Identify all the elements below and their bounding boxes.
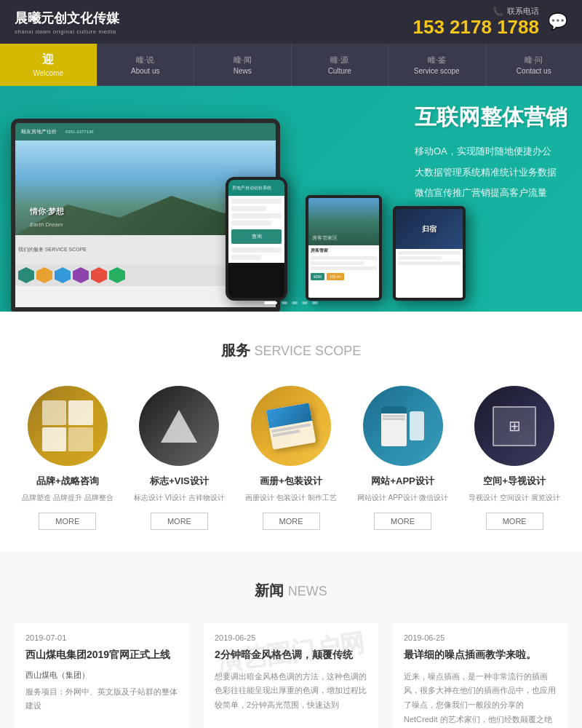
nav-dot-contact: 疃·问 [525,55,543,66]
service-card-print: 画册+包装设计 画册设计 包装设计 制作工艺 MORE [238,386,344,530]
service-name-logo: 标志+VIS设计 [150,475,209,488]
logo-en: shanxi dawn original culture media [15,28,119,35]
news-section: 新闻 NEWS 2019-07-01 西山煤电集团2019官网正式上线 西山煤电… [0,552,582,728]
phone-mockup: 房地产自动估价系统 查询 [226,177,287,301]
nav-en-news: News [234,67,252,75]
news-date-3: 2019-06-25 [404,633,557,642]
news-title-1[interactable]: 西山煤电集团2019官网正式上线 [25,648,178,662]
tablet-mockup: 房客管家区 房客管家 ¥288 150 m² [306,195,382,301]
news-desc-2: 想要调出暗金风格色调的方法，这种色调的色彩往往能呈现出厚重的色调，增加过程比较简… [215,670,367,713]
nav-dot-about: 疃·说 [136,55,154,66]
service-more-print[interactable]: MORE [263,513,320,530]
nav-item-welcome[interactable]: 迎 Welcome [0,44,97,86]
header: 晨曦元创文化传媒 shanxi dawn original culture me… [0,0,582,44]
service-more-brand[interactable]: MORE [39,513,96,530]
service-more-space[interactable]: MORE [486,513,543,530]
wechat-icon[interactable]: 💬 [548,12,567,31]
service-name-brand: 品牌+战略咨询 [36,475,99,488]
logo-cn: 晨曦元创文化传媒 [15,9,119,27]
news-card-2: 2019-06-25 2分钟暗金风格色调，颠覆传统 想要调出暗金风格色调的方法，… [204,622,378,728]
service-card-space: ⊞ 空间+导视设计 导视设计 空间设计 展览设计 MORE [461,386,567,530]
nav-en-contact: Contact us [517,67,551,75]
service-desc-print: 画册设计 包装设计 制作工艺 [245,492,337,504]
nav-item-about[interactable]: 疃·说 About us [97,44,195,86]
nav-dot-scope: 疃·鉴 [428,55,446,66]
news-title-2[interactable]: 2分钟暗金风格色调，颠覆传统 [215,648,367,662]
nav-en-welcome: Welcome [33,69,64,77]
service-icon-space: ⊞ [474,386,554,466]
nav-item-news[interactable]: 疃·闻 News [194,44,292,86]
news-desc-3: 近来，噪点插画，是一种非常流行的插画风，很多大神在他们的插画作品中，也应用了噪点… [404,670,557,728]
service-more-logo[interactable]: MORE [151,513,208,530]
news-title: 新闻 NEWS [15,581,567,601]
service-name-space: 空间+导视设计 [483,475,546,488]
nav-en-culture: Culture [328,67,351,75]
service-card-web: 网站+APP设计 网站设计 APP设计 微信设计 MORE [350,386,456,530]
news-date-2: 2019-06-25 [215,633,367,642]
service-icon-logo [139,386,219,466]
slider-dots [264,301,318,304]
service-more-web[interactable]: MORE [374,513,431,530]
news-card-3: 2019-06-25 最详细的噪点插画教学来啦。 近来，噪点插画，是一种非常流行… [393,622,567,728]
nav-en-scope: Service scope [414,67,460,75]
news-title-3[interactable]: 最详细的噪点插画教学来啦。 [404,648,557,662]
service-icon-web [363,386,443,466]
hero-text: 互联网整体营销 移动OA，实现随时随地便捷办公 大数据管理系统精准统计业务数据 … [415,104,567,204]
service-name-print: 画册+包装设计 [260,475,322,488]
service-desc-web: 网站设计 APP设计 微信设计 [357,492,449,504]
news-company-1: 西山煤电（集团） [25,670,178,681]
service-icon-brand [28,386,108,466]
nav-item-culture[interactable]: 疃·源 Culture [292,44,389,86]
hero-banner: 顺友房地产估价 0351-3377136 情你·梦想 Earth Dream 我… [0,86,582,312]
hero-line-2: 大数据管理系统精准统计业务数据 [415,162,567,183]
service-icon-print [251,386,331,466]
hero-title: 互联网整体营销 [415,104,567,130]
nav-cn-welcome: 迎 [42,52,54,68]
service-name-web: 网站+APP设计 [371,475,434,488]
service-desc-space: 导视设计 空间设计 展览设计 [469,492,560,504]
services-section: 服务 SERVICE SCOPE 品牌+战略咨询 品牌塑造 品牌提升 品牌整合 … [0,312,582,552]
contact-area: 📞 联系电话 153 2178 1788 💬 [412,6,567,38]
nav-en-about: About us [131,67,159,75]
news-date-1: 2019-07-01 [25,633,178,642]
hero-line-1: 移动OA，实现随时随地便捷办公 [415,141,567,162]
news-desc-1: 服务项目：外网中、英文版及子站群的整体建设 [25,685,178,714]
logo-area: 晨曦元创文化传媒 shanxi dawn original culture me… [15,9,119,35]
card-mockup: 归宿 [393,206,466,301]
services-grid: 品牌+战略咨询 品牌塑造 品牌提升 品牌整合 MORE 标志+VIS设计 标志设… [15,386,567,530]
news-grid: 2019-07-01 西山煤电集团2019官网正式上线 西山煤电（集团） 服务项… [15,622,567,728]
contact-label: 联系电话 [507,6,539,17]
news-card-1: 2019-07-01 西山煤电集团2019官网正式上线 西山煤电（集团） 服务项… [15,622,189,728]
main-nav: 迎 Welcome 疃·说 About us 疃·闻 News 疃·源 Cult… [0,44,582,86]
service-desc-logo: 标志设计 VI设计 吉祥物设计 [134,492,225,504]
service-desc-brand: 品牌塑造 品牌提升 品牌整合 [22,492,113,504]
nav-item-scope[interactable]: 疃·鉴 Service scope [388,44,486,86]
nav-dot-culture: 疃·源 [330,55,348,66]
nav-dot-news: 疃·闻 [234,55,252,66]
services-title: 服务 SERVICE SCOPE [15,341,567,360]
phone-icon: 📞 [493,7,503,17]
service-card-logo: 标志+VIS设计 标志设计 VI设计 吉祥物设计 MORE [127,386,233,530]
phone-number: 153 2178 1788 [412,17,539,38]
nav-item-contact[interactable]: 疃·问 Contact us [486,44,583,86]
hero-line-3: 微信宣传推广营销提高客户流量 [415,183,567,204]
service-card-brand: 品牌+战略咨询 品牌塑造 品牌提升 品牌整合 MORE [15,386,121,530]
